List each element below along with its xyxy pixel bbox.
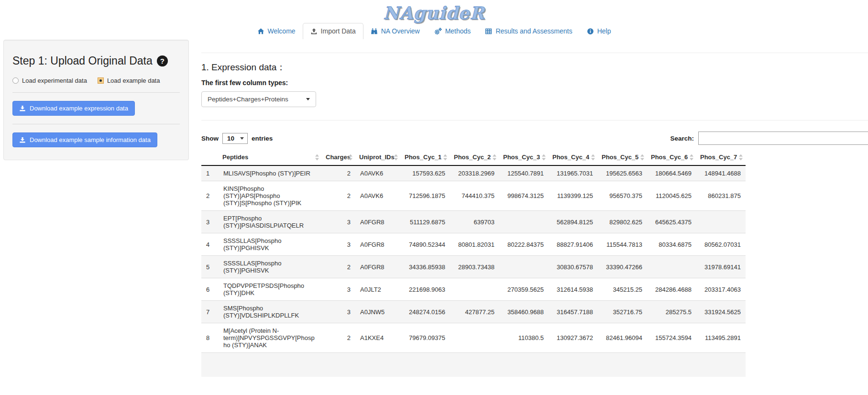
cell-charge: 2 xyxy=(322,165,355,181)
column-header-phos_cyc_7[interactable]: Phos_Cyc_7 xyxy=(696,149,746,165)
column-header-phos_cyc_6[interactable]: Phos_Cyc_6 xyxy=(647,149,696,165)
cell-num: 8 xyxy=(201,323,219,353)
column-header-phos_cyc_1[interactable]: Phos_Cyc_1 xyxy=(401,149,450,165)
search-label: Search: xyxy=(670,135,694,142)
column-header-phos_cyc_3[interactable]: Phos_Cyc_3 xyxy=(499,149,549,165)
cell-charge: 3 xyxy=(322,301,355,323)
cell-val: 80334.6875 xyxy=(647,233,696,256)
column-header-charges[interactable]: Charges xyxy=(322,149,355,165)
cell-val: 358460.9688 xyxy=(499,301,549,323)
search-input[interactable] xyxy=(698,132,868,145)
search-container: Search: xyxy=(670,132,868,145)
expression-data-table: PeptidesChargesUniprot_IDsPhos_Cyc_1Phos… xyxy=(201,149,746,377)
gears-icon xyxy=(434,27,442,35)
cell-val: 331924.5625 xyxy=(696,301,746,323)
cell-val: 28903.73438 xyxy=(450,256,499,278)
cell-val: 427877.25 xyxy=(450,301,499,323)
cell-peptide: MLISAVS[Phospho (STY)]PEIR xyxy=(219,165,322,181)
home-icon xyxy=(257,28,264,35)
cell-val: 744410.375 xyxy=(450,181,499,211)
main-panel: 1. Expression data： The first few column… xyxy=(189,40,868,377)
sort-icon xyxy=(394,154,398,160)
cell-charge: 3 xyxy=(322,278,355,301)
data-source-radio-group: Load experimental data Load example data xyxy=(12,77,180,84)
cell-uniprot: A0AVK6 xyxy=(355,181,401,211)
table-icon xyxy=(485,28,492,35)
page-length-select[interactable]: 10 xyxy=(222,133,248,144)
cell-peptide: SSSSLLAS[Phospho (STY)]PGHISVK xyxy=(219,256,322,278)
cell-charge: 3 xyxy=(322,233,355,256)
radio-load-experimental-data[interactable]: Load experimental data xyxy=(12,77,87,84)
cell-val xyxy=(450,323,499,353)
cell-val xyxy=(450,278,499,301)
table-row-partial xyxy=(201,353,746,377)
cell-val: 131965.7031 xyxy=(549,165,598,181)
sidebar-panel: Step 1: Upload Original Data ? Load expe… xyxy=(3,40,189,160)
cell-val: 352716.75 xyxy=(598,301,647,323)
column-header-uniprot_ids[interactable]: Uniprot_IDs xyxy=(355,149,401,165)
cell-num: 2 xyxy=(201,181,219,211)
caret-down-icon xyxy=(306,98,310,100)
datatable-controls: Show 10 entries Search: xyxy=(201,132,868,145)
cell-val: 148941.4688 xyxy=(696,165,746,181)
entries-label: entries xyxy=(252,135,273,142)
column-types-select[interactable]: Peptides+Charges+Proteins xyxy=(201,91,316,107)
sort-icon xyxy=(493,154,496,160)
tab-methods[interactable]: Methods xyxy=(427,23,478,39)
tab-welcome[interactable]: Welcome xyxy=(250,23,303,39)
column-header-phos_cyc_2[interactable]: Phos_Cyc_2 xyxy=(450,149,499,165)
table-body: 1MLISAVS[Phospho (STY)]PEIR2A0AVK6157593… xyxy=(201,165,746,377)
divider xyxy=(12,92,180,93)
tab-import-data[interactable]: Import Data xyxy=(303,23,363,39)
cell-val: 31978.69141 xyxy=(696,256,746,278)
cell-uniprot: A0AVK6 xyxy=(355,165,401,181)
tab-results-assessments[interactable]: Results and Assessments xyxy=(478,23,579,39)
cell-val: 829802.625 xyxy=(598,211,647,233)
cell-num: 1 xyxy=(201,165,219,181)
download-example-expression-data-button[interactable]: Download example expression data xyxy=(12,101,135,116)
table-row: 8M[Acetyl (Protein N-term)]NPVYSPGSSGVPY… xyxy=(201,323,746,353)
cell-val: 956570.375 xyxy=(598,181,647,211)
cell-val: 270359.5625 xyxy=(499,278,549,301)
cell-num: 3 xyxy=(201,211,219,233)
column-header-phos_cyc_4[interactable]: Phos_Cyc_4 xyxy=(549,149,598,165)
download-example-sample-information-data-button[interactable]: Download example sample information data xyxy=(12,132,157,147)
cell-val: 80562.07031 xyxy=(696,233,746,256)
question-circle-icon[interactable]: ? xyxy=(157,55,168,66)
column-header-peptides[interactable]: Peptides xyxy=(219,149,322,165)
cell-charge: 2 xyxy=(322,256,355,278)
radio-selected-icon xyxy=(98,77,104,84)
table-row: 5SSSSLLAS[Phospho (STY)]PGHISVK2A0FGR834… xyxy=(201,256,746,278)
cell-num: 6 xyxy=(201,278,219,301)
radio-unselected-icon xyxy=(12,77,19,84)
page-length-value: 10 xyxy=(227,135,234,142)
cell-val: 712596.1875 xyxy=(401,181,450,211)
table-row: 3EPT[Phospho (STY)]PSIASDISLPIATQELR3A0F… xyxy=(201,211,746,233)
sidebar-title: Step 1: Upload Original Data ? xyxy=(12,55,180,67)
cell-val: 180664.5469 xyxy=(647,165,696,181)
radio-load-example-data[interactable]: Load example data xyxy=(98,77,160,84)
cell-val xyxy=(647,256,696,278)
sort-icon xyxy=(443,154,447,160)
sort-icon xyxy=(591,154,595,160)
cell-val: 248274.0156 xyxy=(401,301,450,323)
cell-val: 80222.84375 xyxy=(499,233,549,256)
tab-na-overview[interactable]: NA Overview xyxy=(363,23,427,39)
upload-icon xyxy=(310,28,318,35)
column-header-index xyxy=(201,149,219,165)
cell-uniprot: A1KXE4 xyxy=(355,323,401,353)
column-header-phos_cyc_5[interactable]: Phos_Cyc_5 xyxy=(598,149,647,165)
cell-val xyxy=(499,211,549,233)
cell-peptide: KINS[Phospho (STY)]APS[Phospho (STY)]S[P… xyxy=(219,181,322,211)
expression-data-title: 1. Expression data： xyxy=(201,61,868,74)
cell-val: 115544.7813 xyxy=(598,233,647,256)
app-logo: NAguideR xyxy=(384,3,485,22)
cell-val: 562894.8125 xyxy=(549,211,598,233)
info-circle-icon xyxy=(587,28,594,35)
cell-num: 7 xyxy=(201,301,219,323)
tab-help[interactable]: Help xyxy=(580,23,618,39)
cell-val: 1120045.625 xyxy=(647,181,696,211)
cell-val: 30830.67578 xyxy=(549,256,598,278)
cell-uniprot: A0FGR8 xyxy=(355,211,401,233)
table-row: 2KINS[Phospho (STY)]APS[Phospho (STY)]S[… xyxy=(201,181,746,211)
